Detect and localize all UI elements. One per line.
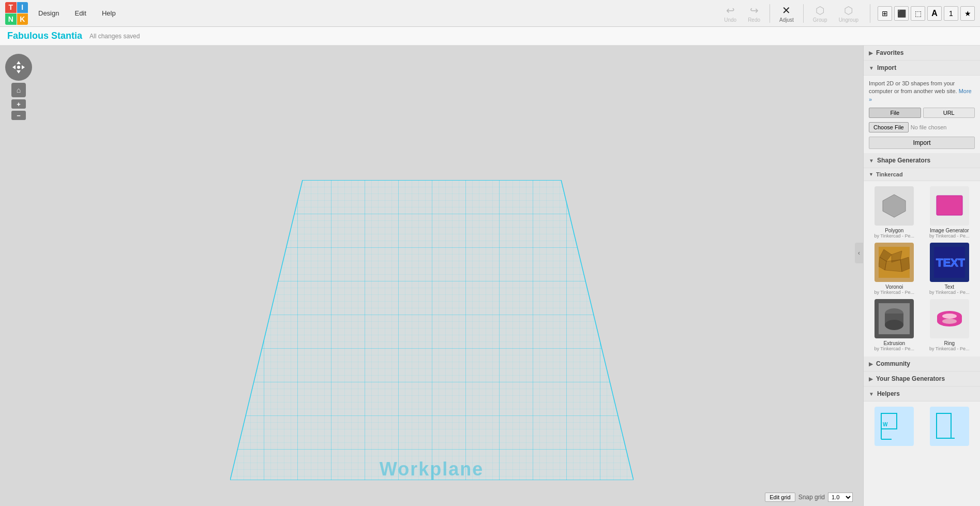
choose-file-button[interactable]: Choose File [869,122,909,132]
helpers-label: Helpers [877,390,900,397]
tinkercad-subsection-header[interactable]: ▼ Tinkercad [864,168,980,181]
edit-grid-button[interactable]: Edit grid [765,493,795,502]
helpers-arrow-icon: ▼ [869,391,874,397]
viewport-nav[interactable] [5,54,32,81]
logo-k: K [17,13,28,25]
import-url-tab[interactable]: URL [923,108,975,118]
design-menu[interactable]: Design [33,7,64,19]
redo-icon: ↪ [750,4,759,17]
panel-toggle[interactable]: ‹ [855,243,863,263]
helper-thumb-1: W [875,407,914,446]
import-tabs: File URL [869,108,975,118]
text3d-author: by Tinkercad - Pe... [929,290,970,295]
tinkercad-label: Tinkercad [876,171,903,177]
extrusion-name: Extrusion [883,340,905,346]
toolbar-actions: ↩ Undo ↪ Redo ✕ Adjust ⬡ Group ⬡ Ungroup [720,3,863,24]
shape-gen-arrow-icon: ▼ [869,158,874,163]
right-panel: ▶ Favorites ▼ Import Import 2D or 3D sha… [863,46,980,506]
svg-point-28 [942,314,957,319]
community-label: Community [876,360,910,367]
helper-thumb-2 [930,407,969,446]
project-name[interactable]: Fabulous Stantia [7,31,82,41]
nav-arrows-icon [10,59,27,76]
polygon-name: Polygon [885,228,903,233]
adjust-icon: ✕ [782,4,791,17]
tinkercad-arrow-icon: ▼ [869,172,873,177]
image-gen-thumb [930,186,969,226]
shape-item-polygon[interactable]: Polygon by Tinkercad - Pe... [869,186,920,239]
shape-item-ring[interactable]: Ring by Tinkercad - Pe... [924,299,975,351]
logo-t: T [5,2,17,13]
text3d-thumb: TEXT [930,243,969,282]
community-arrow-icon: ▶ [869,361,873,367]
zoom-out-button[interactable]: − [11,111,26,120]
import-section-header[interactable]: ▼ Import [864,61,980,76]
box-view-icon[interactable]: ⬚ [911,6,925,21]
edit-menu[interactable]: Edit [69,7,91,19]
toolbar-separator-1 [770,4,770,23]
helper-item-1[interactable]: W [869,407,920,448]
import-label: Import [877,64,896,71]
view-icons: ⊞ ⬛ ⬚ A 1 ★ [878,6,975,21]
redo-label: Redo [748,17,760,23]
text3d-name: Text [945,284,954,290]
zoom-in-button[interactable]: + [11,99,26,109]
shape-generators-label: Shape Generators [877,157,930,164]
snap-grid-bar: Edit grid Snap grid 1.0 0.5 0.25 2.0 [765,493,853,502]
topbar: T I N K Design Edit Help ↩ Undo ↪ Redo ✕… [0,0,980,27]
ungroup-icon: ⬡ [844,4,853,17]
snap-grid-select[interactable]: 1.0 0.5 0.25 2.0 [828,493,853,502]
import-button[interactable]: Import [869,137,975,149]
undo-button[interactable]: ↩ Undo [720,3,741,24]
favorites-section-header[interactable]: ▶ Favorites [864,46,980,61]
ring-name: Ring [944,340,955,346]
svg-point-24 [885,320,903,330]
helpers-grid: W [864,401,980,453]
import-file-tab[interactable]: File [869,108,921,118]
cube-view-icon[interactable]: ⬛ [894,6,909,21]
group-icon: ⬡ [816,4,824,17]
grid-view-icon[interactable]: ⊞ [878,6,892,21]
import-arrow-icon: ▼ [869,65,874,71]
svg-rect-8 [230,180,634,480]
home-view-button[interactable]: ⌂ [11,83,26,97]
star-view-icon[interactable]: ★ [960,6,975,21]
logo-n: N [5,13,17,25]
shape-item-text3d[interactable]: TEXT Text by Tinkercad - Pe... [924,243,975,295]
shape-generators-section-header[interactable]: ▼ Shape Generators [864,153,980,168]
your-generators-section-header[interactable]: ▶ Your Shape Generators [864,371,980,386]
svg-point-29 [942,319,957,324]
extrusion-author: by Tinkercad - Pe... [874,346,914,351]
image-gen-author: by Tinkercad - Pe... [929,233,970,239]
voronoi-thumb [875,243,914,282]
svg-marker-10 [883,195,906,217]
shape-item-image-gen[interactable]: Image Generator by Tinkercad - Pe... [924,186,975,239]
group-button[interactable]: ⬡ Group [809,3,832,24]
community-section-header[interactable]: ▶ Community [864,356,980,371]
svg-marker-2 [12,65,16,69]
svg-text:W: W [883,422,888,427]
adjust-button[interactable]: ✕ Adjust [775,3,798,24]
import-description: Import 2D or 3D shapes from your compute… [869,80,975,103]
image-gen-name: Image Generator [930,228,969,233]
save-status: All changes saved [89,33,140,40]
snap-grid-label: Snap grid [798,494,825,501]
ungroup-button[interactable]: ⬡ Ungroup [835,3,863,24]
logo-i: I [17,2,28,13]
shape-grid: Polygon by Tinkercad - Pe... Image Gener… [864,181,980,356]
number-view-icon[interactable]: 1 [944,6,958,21]
shape-item-extrusion[interactable]: Extrusion by Tinkercad - Pe... [869,299,920,351]
help-menu[interactable]: Help [97,7,121,19]
helpers-section-header[interactable]: ▼ Helpers [864,386,980,401]
shape-item-voronoi[interactable]: Voronoi by Tinkercad - Pe... [869,243,920,295]
voronoi-name: Voronoi [885,284,903,290]
canvas-area[interactable]: Workplane Edit grid Snap grid 1.0 0.5 0.… [0,46,863,506]
svg-marker-3 [22,65,25,69]
text-view-icon[interactable]: A [927,6,942,21]
left-controls: ⌂ + − [5,54,32,120]
svg-marker-1 [17,70,21,73]
helper-item-2[interactable] [924,407,975,448]
redo-button[interactable]: ↪ Redo [744,3,764,24]
logo[interactable]: T I N K [5,2,28,25]
ring-thumb [930,299,969,338]
